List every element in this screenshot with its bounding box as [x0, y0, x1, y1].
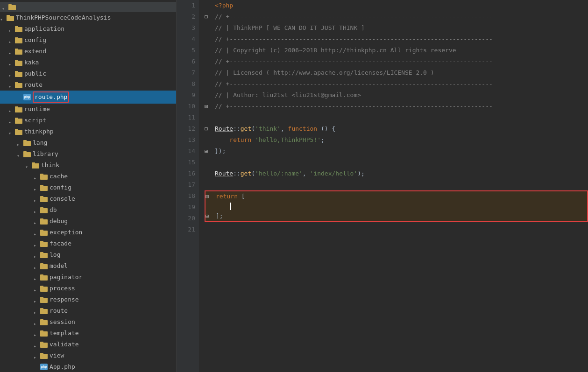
token: ];	[216, 211, 223, 222]
token: 'hello/:name'	[255, 168, 303, 179]
sidebar-item-route[interactable]: route	[0, 79, 176, 91]
label-thinkphp: thinkphp	[24, 127, 54, 136]
arrow-facade	[34, 241, 39, 246]
code-line-14: ⊞});	[205, 146, 588, 157]
code-area[interactable]: 123456789101112131415161718192021 <?php⊟…	[177, 0, 588, 372]
sidebar-item-extend[interactable]: extend	[0, 46, 176, 57]
svg-rect-45	[40, 263, 43, 265]
sidebar-item-lang[interactable]: lang	[0, 137, 176, 148]
sidebar-item-config2[interactable]: config	[0, 182, 176, 193]
token: get	[241, 123, 251, 134]
line-num-21: 21	[180, 224, 195, 235]
arrow-validate	[34, 342, 39, 347]
sidebar-item-exception[interactable]: exception	[0, 227, 176, 238]
sidebar-item-runtime[interactable]: runtime	[0, 104, 176, 115]
sidebar-item-thinkphp[interactable]: thinkphp	[0, 126, 176, 137]
sidebar-item-application[interactable]: application	[0, 23, 176, 35]
arrow-session	[34, 319, 39, 325]
folder-icon-validate	[40, 341, 48, 348]
fold-10[interactable]: ⊟	[205, 101, 210, 112]
sidebar-item-config[interactable]: config	[0, 35, 176, 46]
sidebar-item-template[interactable]: template	[0, 328, 176, 339]
arrow-exception	[34, 230, 39, 235]
sidebar-item-cache[interactable]: cache	[0, 171, 176, 182]
label-App.php: App.php	[50, 362, 75, 372]
label-view: view	[50, 351, 64, 360]
folder-icon-facade	[40, 240, 48, 247]
project-root[interactable]	[0, 2, 176, 12]
folder-icon-thinkphp	[15, 128, 22, 135]
token: 'think'	[255, 123, 281, 134]
code-line-15	[205, 157, 588, 168]
sidebar-item-root[interactable]: ThinkPHPSourceCodeAnalysis	[0, 12, 176, 23]
line-num-13: 13	[180, 134, 195, 146]
fold-12[interactable]: ⊟	[205, 123, 210, 134]
sidebar-item-paginator[interactable]: paginator	[0, 272, 176, 283]
sidebar-item-model[interactable]: model	[0, 260, 176, 272]
svg-rect-35	[40, 207, 43, 209]
code-line-19	[205, 201, 588, 212]
label-route2: route	[50, 306, 68, 316]
sidebar-item-console[interactable]: console	[0, 193, 176, 204]
folder-icon-public	[15, 70, 22, 77]
folder-icon-console	[40, 196, 48, 202]
arrow-debug	[34, 218, 39, 224]
sidebar-item-route.php[interactable]: phproute.php	[0, 91, 176, 104]
sidebar-item-validate[interactable]: validate	[0, 339, 176, 350]
arrow-library	[17, 151, 22, 157]
fold-2[interactable]: ⊟	[205, 11, 210, 22]
svg-rect-41	[40, 241, 43, 243]
folder-icon-runtime	[15, 106, 22, 112]
sidebar-item-response[interactable]: response	[0, 294, 176, 305]
code-line-20: ⊞];	[205, 211, 588, 222]
sidebar-item-session[interactable]: session	[0, 316, 176, 328]
label-lang: lang	[33, 138, 47, 147]
label-route: route	[24, 80, 43, 90]
sidebar-item-route2[interactable]: route	[0, 305, 176, 316]
sidebar-item-public[interactable]: public	[0, 68, 176, 79]
code-content[interactable]: <?php⊟// +------------------------------…	[199, 0, 588, 372]
folder-icon-log	[40, 252, 48, 258]
fold-20[interactable]: ⊞	[205, 211, 211, 222]
sidebar[interactable]: ThinkPHPSourceCodeAnalysisapplicationcon…	[0, 0, 177, 372]
sidebar-item-script[interactable]: script	[0, 115, 176, 126]
file-tree: ThinkPHPSourceCodeAnalysisapplicationcon…	[0, 12, 176, 372]
arrow-model	[34, 263, 39, 269]
token	[215, 134, 229, 146]
sidebar-item-think[interactable]: think	[0, 160, 176, 171]
label-process: process	[50, 284, 75, 293]
sidebar-item-debug[interactable]: debug	[0, 216, 176, 227]
line-num-8: 8	[180, 78, 195, 90]
svg-rect-11	[15, 60, 18, 62]
arrow-thinkphp	[8, 129, 14, 134]
arrow-kaka	[8, 60, 14, 65]
token: // | ThinkPHP [ WE CAN DO IT JUST THINK …	[215, 22, 365, 34]
line-num-1: 1	[180, 0, 195, 11]
label-validate: validate	[50, 340, 79, 349]
fold-14[interactable]: ⊞	[205, 146, 210, 157]
sidebar-item-view[interactable]: view	[0, 350, 176, 361]
sidebar-item-kaka[interactable]: kaka	[0, 57, 176, 68]
sidebar-item-facade[interactable]: facade	[0, 238, 176, 249]
sidebar-item-library[interactable]: library	[0, 148, 176, 160]
sidebar-item-db[interactable]: db	[0, 204, 176, 216]
svg-rect-51	[40, 297, 43, 299]
sidebar-item-process[interactable]: process	[0, 283, 176, 294]
code-line-2: ⊟// +-----------------------------------…	[205, 11, 588, 22]
folder-icon-root	[7, 14, 14, 21]
arrow-extend	[8, 49, 14, 54]
svg-rect-47	[40, 274, 43, 276]
token: Route	[215, 168, 233, 179]
token: // +	[215, 11, 229, 22]
token: ----------------------------------------…	[229, 56, 493, 67]
sidebar-item-log[interactable]: log	[0, 249, 176, 260]
folder-icon-kaka	[15, 59, 22, 66]
text-cursor	[230, 203, 231, 210]
code-line-5: // | Copyright (c) 2006~2018 http://thin…	[205, 45, 588, 56]
line-num-15: 15	[180, 157, 195, 168]
sidebar-item-App.php[interactable]: phpApp.php	[0, 361, 176, 372]
token: // | Licensed ( http://www.apache.org/li…	[215, 67, 434, 78]
arrow-route2	[34, 308, 39, 314]
code-line-16: Route::get('hello/:name', 'index/hello')…	[205, 168, 588, 179]
token: (	[251, 168, 255, 179]
